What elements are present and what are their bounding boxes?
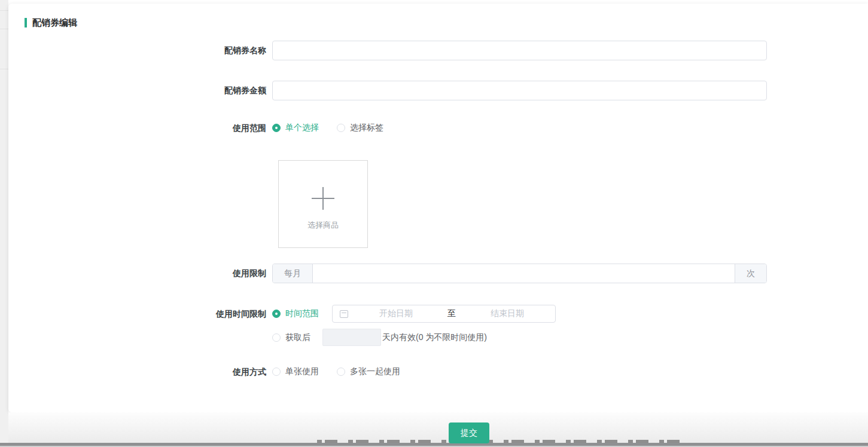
form-row-usage-method: 使用方式 单张使用 多张一起使用	[8, 366, 868, 378]
coupon-name-label: 配销券名称	[8, 41, 272, 60]
select-product-button[interactable]: 选择商品	[278, 160, 368, 248]
section-accent-bar	[25, 18, 27, 27]
usage-limit-input[interactable]	[313, 264, 735, 283]
radio-label: 单个选择	[285, 123, 319, 133]
radio-icon	[337, 124, 345, 132]
sidebar-divider	[0, 10, 8, 11]
form-row-product-picker: 选择商品	[8, 160, 868, 248]
radio-time-range[interactable]: 时间范围	[272, 305, 319, 323]
radio-icon	[337, 368, 345, 376]
coupon-amount-label: 配销券金额	[8, 81, 272, 100]
coupon-name-input[interactable]	[272, 41, 767, 60]
radio-multi-use[interactable]: 多张一起使用	[337, 366, 400, 378]
usage-scope-label: 使用范围	[8, 122, 272, 134]
radio-label: 单张使用	[285, 366, 319, 377]
start-date-placeholder[interactable]: 开始日期	[348, 308, 444, 319]
form-row-time-limit: 使用时间限制 时间范围 开始日期 至 结束日期	[8, 305, 868, 323]
radio-label: 时间范围	[285, 308, 319, 319]
section-header: 配销券编辑	[8, 4, 868, 23]
date-range-separator: 至	[444, 308, 459, 319]
sidebar-divider	[0, 29, 8, 29]
usage-limit-suffix: 次	[735, 264, 766, 283]
radio-icon	[272, 333, 281, 342]
radio-label: 多张一起使用	[350, 366, 400, 377]
coupon-form: 配销券名称 配销券金额 使用范围 单个选择 选择标签	[8, 41, 868, 378]
radio-select-tag[interactable]: 选择标签	[337, 122, 383, 134]
coupon-edit-card: 配销券编辑 配销券名称 配销券金额 使用范围 单个选择 选择标签	[8, 4, 868, 412]
submit-button[interactable]: 提交	[449, 422, 489, 443]
radio-single-use[interactable]: 单张使用	[272, 366, 319, 378]
radio-label: 选择标签	[350, 123, 383, 133]
radio-single-select[interactable]: 单个选择	[272, 122, 319, 134]
radio-icon	[272, 368, 281, 376]
end-date-placeholder[interactable]: 结束日期	[459, 308, 555, 319]
select-product-label: 选择商品	[307, 220, 339, 231]
form-row-usage-limit: 使用限制 每月 次	[8, 264, 868, 283]
usage-limit-group: 每月 次	[272, 264, 767, 283]
calendar-icon	[340, 310, 348, 318]
time-limit-label: 使用时间限制	[8, 305, 272, 323]
usage-limit-label: 使用限制	[8, 264, 272, 283]
form-row-days-valid: 获取后 天内有效(0 为不限时间使用)	[8, 329, 868, 346]
sidebar-edge	[0, 0, 8, 447]
days-valid-suffix-text: 天内有效(0 为不限时间使用)	[382, 332, 487, 343]
date-range-picker[interactable]: 开始日期 至 结束日期	[332, 305, 556, 323]
sidebar-divider	[0, 69, 8, 69]
plus-icon	[312, 187, 334, 210]
usage-method-label: 使用方式	[8, 366, 272, 378]
radio-days-after[interactable]: 获取后	[272, 329, 310, 346]
form-row-usage-scope: 使用范围 单个选择 选择标签	[8, 122, 868, 134]
radio-icon	[272, 310, 281, 318]
radio-label: 获取后	[285, 332, 310, 343]
valid-days-input[interactable]	[322, 329, 381, 346]
usage-limit-prefix: 每月	[273, 264, 313, 283]
form-row-coupon-name: 配销券名称	[8, 41, 868, 60]
footer-bar: 提交	[8, 412, 868, 447]
coupon-amount-input[interactable]	[272, 81, 767, 100]
page-title: 配销券编辑	[32, 17, 77, 28]
form-row-coupon-amount: 配销券金额	[8, 81, 868, 100]
radio-icon	[272, 124, 281, 132]
